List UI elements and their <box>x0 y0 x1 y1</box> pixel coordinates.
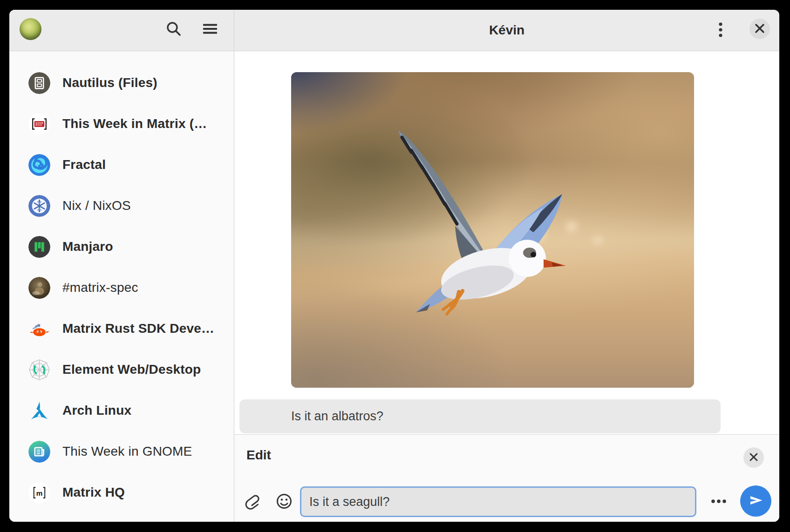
paperclip-icon <box>241 491 262 513</box>
matrix-spec-room-avatar-photo <box>28 277 50 299</box>
more-options-button[interactable] <box>708 492 729 512</box>
room-name: Matrix HQ <box>62 485 125 500</box>
seagull-illustration <box>291 72 694 388</box>
edit-mode-label: Edit <box>246 448 271 463</box>
twim-room-avatar-icon <box>28 113 50 135</box>
edit-panel: Edit <box>234 434 779 522</box>
composer <box>234 486 779 517</box>
send-paper-plane-icon <box>748 492 764 510</box>
sidebar-item-matrix-hq[interactable]: m Matrix HQ <box>9 472 234 513</box>
message-image[interactable] <box>291 72 694 388</box>
sidebar-item-element-web-desktop[interactable]: Element Web/Desktop <box>9 349 234 390</box>
sidebar-item-this-week-in-matrix[interactable]: This Week in Matrix (… <box>9 103 234 144</box>
sidebar-item-fractal[interactable]: Fractal <box>9 144 234 185</box>
sidebar-item-nix-nixos[interactable]: Nix / NixOS <box>9 185 234 226</box>
room-name: #matrix-spec <box>62 280 138 295</box>
nixos-room-avatar-icon <box>28 195 50 217</box>
hamburger-menu-icon <box>201 20 219 40</box>
sidebar-item-this-week-in-gnome[interactable]: This Week in GNOME <box>9 431 234 472</box>
room-name: Manjaro <box>62 239 113 254</box>
fractal-room-avatar-icon <box>28 154 50 176</box>
arch-linux-room-avatar-icon <box>28 400 50 422</box>
send-button[interactable] <box>740 485 771 517</box>
emoji-button[interactable] <box>274 492 294 512</box>
chat-header: Kévin <box>234 10 779 51</box>
message-history: Is it an albatros? <box>234 51 779 434</box>
room-name: Matrix Rust SDK Deve… <box>62 321 214 336</box>
svg-text:m: m <box>36 489 43 497</box>
chat-pane: Kévin <box>234 10 779 522</box>
chat-title: Kévin <box>489 23 524 38</box>
search-button[interactable] <box>163 19 184 40</box>
room-name: Arch Linux <box>62 403 131 418</box>
sidebar: Nautilus (Files) This Week in Matrix (… … <box>9 10 234 522</box>
twig-room-avatar-icon <box>28 441 50 463</box>
attach-file-button[interactable] <box>241 492 262 512</box>
sidebar-item-matrix-rust-sdk[interactable]: Matrix Rust SDK Deve… <box>9 308 234 349</box>
nautilus-room-avatar-icon <box>28 72 50 94</box>
ellipsis-icon <box>708 491 729 513</box>
sidebar-item-arch-linux[interactable]: Arch Linux <box>9 390 234 431</box>
fractal-app-window: Nautilus (Files) This Week in Matrix (… … <box>9 10 779 522</box>
element-web-room-avatar-icon <box>28 359 50 381</box>
room-name: Nautilus (Files) <box>62 75 157 90</box>
room-name: This Week in Matrix (… <box>62 116 207 131</box>
room-name: Fractal <box>62 157 106 172</box>
message-edit-input[interactable] <box>300 486 696 517</box>
main-menu-button[interactable] <box>200 19 220 40</box>
room-name: This Week in GNOME <box>62 444 192 459</box>
rust-sdk-ferris-room-avatar-icon <box>28 318 50 340</box>
emoji-smiley-icon <box>274 491 294 513</box>
sidebar-header <box>9 10 234 51</box>
message-text: Is it an albatros? <box>239 409 383 424</box>
message-bubble-editing[interactable]: Is it an albatros? <box>239 399 721 433</box>
user-avatar[interactable] <box>20 18 41 40</box>
close-icon <box>754 22 766 36</box>
sidebar-item-manjaro[interactable]: Manjaro <box>9 226 234 267</box>
room-list: Nautilus (Files) This Week in Matrix (… … <box>9 51 234 522</box>
sidebar-item-matrix-spec[interactable]: #matrix-spec <box>9 267 234 308</box>
sidebar-item-nautilus[interactable]: Nautilus (Files) <box>9 62 234 103</box>
search-icon <box>164 20 183 40</box>
matrix-hq-room-avatar-icon: m <box>28 482 50 504</box>
kebab-menu-icon <box>711 20 730 40</box>
manjaro-room-avatar-icon <box>28 236 50 258</box>
room-name: Element Web/Desktop <box>62 362 201 377</box>
cancel-edit-button[interactable] <box>743 447 764 468</box>
room-name: Nix / NixOS <box>62 198 131 213</box>
window-close-button[interactable] <box>749 19 770 39</box>
room-menu-button[interactable] <box>710 20 731 40</box>
close-icon <box>748 451 759 464</box>
